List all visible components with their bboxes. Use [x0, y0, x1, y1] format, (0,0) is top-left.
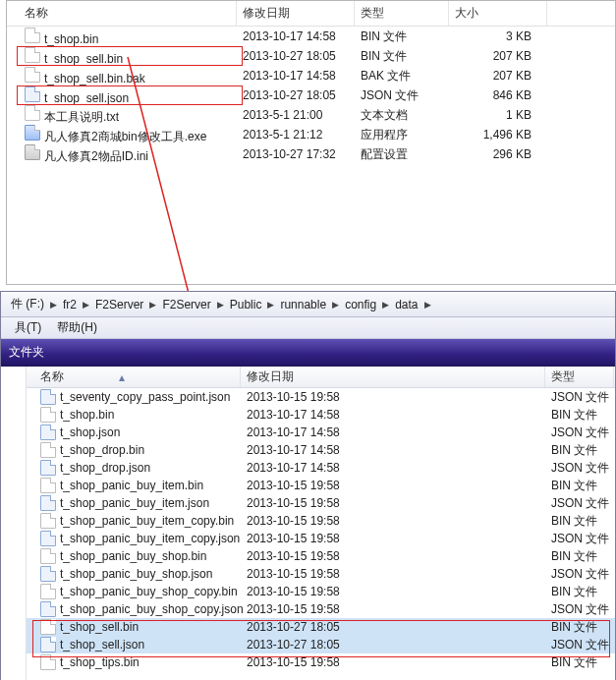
file-row[interactable]: t_shop_panic_buy_item_copy.json2013-10-1…: [27, 530, 615, 547]
json-file-icon: [40, 531, 56, 546]
file-name: t_shop.bin: [44, 32, 98, 46]
breadcrumb-bar[interactable]: 件 (F:)▶fr2▶F2Server▶F2Server▶Public▶runn…: [1, 292, 615, 317]
breadcrumb-segment[interactable]: Public: [226, 298, 266, 312]
file-type: JSON 文件: [545, 389, 614, 406]
file-row[interactable]: t_shop_panic_buy_item_copy.bin2013-10-15…: [27, 512, 615, 530]
file-row[interactable]: t_shop_panic_buy_shop.bin2013-10-15 19:5…: [27, 547, 615, 565]
json-file-icon: [40, 460, 56, 476]
file-row[interactable]: t_shop_sell.bin2013-10-27 18:05BIN 文件207…: [7, 46, 615, 66]
file-type: JSON 文件: [545, 460, 614, 477]
file-date: 2013-10-17 14:58: [241, 443, 545, 457]
file-row[interactable]: t_shop_panic_buy_item.json2013-10-15 19:…: [27, 494, 615, 512]
chevron-right-icon: ▶: [422, 300, 433, 310]
bottom-explorer-window: 件 (F:)▶fr2▶F2Server▶F2Server▶Public▶runn…: [0, 291, 616, 680]
file-row[interactable]: t_shop_drop.json2013-10-17 14:58JSON 文件: [27, 459, 615, 477]
json-file-icon: [40, 637, 56, 652]
file-row[interactable]: t_shop_drop.bin2013-10-17 14:58BIN 文件: [27, 441, 615, 459]
file-name: t_shop_sell.json: [44, 91, 129, 105]
file-name: t_shop.bin: [60, 408, 114, 422]
column-header-type[interactable]: 类型: [355, 1, 449, 26]
column-header-row: 名称 修改日期 类型 大小: [7, 1, 615, 27]
breadcrumb-segment[interactable]: data: [391, 298, 421, 312]
file-file-icon: [40, 442, 56, 458]
file-row[interactable]: t_shop_panic_buy_item.bin2013-10-15 19:5…: [27, 477, 615, 494]
file-file-icon: [40, 654, 56, 670]
file-date: 2013-10-15 19:58: [241, 532, 545, 545]
file-row[interactable]: t_shop_sell.json2013-10-27 18:05JSON 文件8…: [7, 85, 615, 105]
file-file-icon: [25, 47, 40, 63]
toolbar: 文件夹: [1, 339, 615, 367]
file-row[interactable]: t_shop_sell.bin2013-10-27 18:05BIN 文件: [27, 618, 615, 636]
file-row[interactable]: 凡人修真2商城bin修改工具.exe2013-5-1 21:12应用程序1,49…: [7, 125, 615, 144]
file-name: t_shop_panic_buy_shop_copy.json: [60, 602, 244, 616]
breadcrumb-segment[interactable]: fr2: [59, 298, 81, 312]
file-size: 296 KB: [449, 147, 547, 161]
breadcrumb-segment[interactable]: runnable: [276, 298, 330, 312]
file-row[interactable]: t_shop_panic_buy_shop.json2013-10-15 19:…: [27, 565, 615, 583]
file-row[interactable]: t_seventy_copy_pass_point.json2013-10-15…: [27, 388, 615, 406]
menu-help[interactable]: 帮助(H): [49, 319, 105, 336]
file-name: t_shop_sell.json: [60, 638, 144, 652]
file-row[interactable]: 凡人修真2物品ID.ini2013-10-27 17:32配置设置296 KB: [7, 144, 615, 164]
column-header-name[interactable]: 名称: [19, 1, 237, 26]
file-date: 2013-10-15 19:58: [241, 585, 545, 598]
file-row[interactable]: t_shop_sell.bin.bak2013-10-17 14:58BAK 文…: [7, 66, 615, 85]
chevron-right-icon: ▶: [48, 300, 59, 310]
chevron-right-icon: ▶: [330, 300, 341, 310]
json-file-icon: [40, 566, 56, 582]
menu-tools[interactable]: 具(T): [7, 319, 49, 336]
file-date: 2013-10-17 14:58: [241, 461, 545, 475]
file-date: 2013-10-15 19:58: [241, 549, 545, 563]
file-row[interactable]: t_shop_tips.bin2013-10-15 19:58BIN 文件: [27, 653, 615, 671]
file-list-pane: 名称 ▴ 修改日期 类型 t_seventy_copy_pass_point.j…: [27, 367, 615, 680]
chevron-right-icon: ▶: [265, 300, 276, 310]
file-date: 2013-10-27 18:05: [237, 49, 355, 63]
file-size: 846 KB: [449, 88, 547, 102]
column-header-row: 名称 ▴ 修改日期 类型: [27, 367, 615, 388]
file-row[interactable]: t_shop_sell.json2013-10-27 18:05JSON 文件: [27, 636, 615, 653]
file-size: 1,496 KB: [449, 128, 547, 142]
file-size: 1 KB: [449, 108, 547, 122]
file-name: t_shop_panic_buy_item_copy.bin: [60, 514, 234, 528]
chevron-right-icon: ▶: [81, 300, 91, 310]
top-file-list-window: 名称 修改日期 类型 大小 t_shop.bin2013-10-17 14:58…: [6, 0, 616, 285]
breadcrumb-segment[interactable]: config: [341, 298, 380, 312]
file-row[interactable]: t_shop_panic_buy_shop_copy.json2013-10-1…: [27, 600, 615, 618]
menu-bar: 具(T) 帮助(H): [1, 317, 615, 339]
tree-pane[interactable]: [1, 367, 27, 680]
file-type: BIN 文件: [545, 513, 614, 530]
file-type: JSON 文件: [545, 601, 614, 618]
file-name: t_shop_panic_buy_shop.bin: [60, 549, 206, 563]
file-name: t_shop_tips.bin: [60, 655, 140, 669]
file-type: JSON 文件: [545, 566, 614, 583]
file-type: BIN 文件: [545, 407, 614, 424]
file-name: t_shop_panic_buy_item_copy.json: [60, 532, 240, 545]
file-row[interactable]: t_shop.json2013-10-17 14:58JSON 文件: [27, 424, 615, 441]
file-name: 凡人修真2物品ID.ini: [44, 149, 148, 163]
file-file-icon: [40, 478, 56, 493]
file-date: 2013-10-15 19:58: [241, 479, 545, 492]
column-header-date[interactable]: 修改日期: [241, 367, 545, 387]
file-size: 207 KB: [449, 69, 547, 83]
column-header-size[interactable]: 大小: [449, 1, 547, 26]
file-name: 凡人修真2商城bin修改工具.exe: [44, 130, 206, 143]
file-type: BIN 文件: [545, 478, 614, 494]
json-file-icon: [25, 86, 40, 102]
json-file-icon: [40, 389, 56, 405]
file-file-icon: [25, 67, 40, 83]
column-header-type[interactable]: 类型: [545, 367, 614, 387]
file-type: JSON 文件: [355, 87, 449, 104]
column-header-date[interactable]: 修改日期: [237, 1, 355, 26]
ini-file-icon: [25, 144, 40, 160]
breadcrumb-segment[interactable]: F2Server: [158, 298, 214, 312]
column-header-name[interactable]: 名称 ▴: [34, 367, 241, 387]
file-row[interactable]: t_shop_panic_buy_shop_copy.bin2013-10-15…: [27, 583, 615, 600]
file-row[interactable]: t_shop.bin2013-10-17 14:58BIN 文件3 KB: [7, 27, 615, 46]
file-type: 配置设置: [355, 146, 449, 163]
exe-file-icon: [25, 125, 40, 141]
breadcrumb-segment[interactable]: 件 (F:): [7, 296, 48, 312]
file-row[interactable]: t_shop.bin2013-10-17 14:58BIN 文件: [27, 406, 615, 424]
file-row[interactable]: 本工具说明.txt2013-5-1 21:00文本文档1 KB: [7, 105, 615, 125]
breadcrumb-segment[interactable]: F2Server: [91, 298, 147, 312]
file-file-icon: [25, 28, 40, 43]
